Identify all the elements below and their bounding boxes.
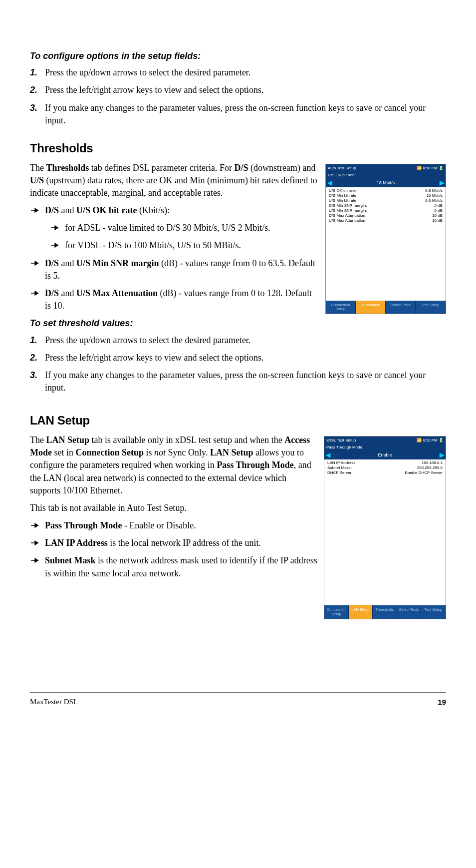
shot1-value-text: 18 Mbit/s xyxy=(377,180,395,186)
bullet-arrow-icon xyxy=(30,287,45,312)
caret-right-icon: ▶ xyxy=(440,451,444,459)
list-item: 2.Press the left/right arrow keys to vie… xyxy=(30,84,446,96)
sub-adsl: for ADSL - value limited to D/S 30 Mbit/… xyxy=(65,222,319,234)
shot1-tabs: Connection SetupThresholdsSelect TestsTe… xyxy=(326,301,446,314)
shot-row: LAN IP Address:192.168.0.1 xyxy=(324,460,446,465)
shot-row: U/S Min SNR margin:5 dB xyxy=(326,208,446,213)
shot-row: D/S Max Attenuation:10 dB xyxy=(326,213,446,218)
bullet-arrow-icon xyxy=(30,519,45,532)
shot1-time: 📶 4:10 PM 🔋 xyxy=(417,165,444,171)
shot1-selected-value: ◀ 18 Mbit/s ▶ xyxy=(326,178,446,187)
bullet-lan-ip: LAN IP Address is the local network IP a… xyxy=(45,537,318,549)
list-text: Press the left/right arrow keys to view … xyxy=(45,352,446,364)
shot2-selected-value: ◀ Enable ▶ xyxy=(324,450,446,459)
row-value: 5 dB xyxy=(435,208,443,213)
bullet-arrow-icon xyxy=(30,554,45,579)
list-number: 3. xyxy=(30,369,45,394)
caret-left-icon: ◀ xyxy=(326,451,330,459)
row-value: 16 Mbit/s xyxy=(427,193,443,198)
bullet-arrow-icon xyxy=(50,239,65,252)
shot-row: DHCP Server:Enable DHCP Server xyxy=(324,470,446,475)
shot-row: Subnet Mask:255.255.255.0 xyxy=(324,465,446,470)
shot-tab: Select Tests xyxy=(386,301,416,314)
set-thresholds-list: 1.Press the up/down arrows to select the… xyxy=(30,334,446,395)
row-label: U/S Min SNR margin: xyxy=(329,208,367,213)
shot-row: U/S Min bit rate:0.6 Mbit/s xyxy=(326,198,446,203)
caret-left-icon: ◀ xyxy=(327,179,332,187)
bullet-arrow-icon xyxy=(50,222,65,234)
bullet-attenuation: D/S and U/S Max Attenuation (dB) - value… xyxy=(45,287,319,312)
list-item: 3.If you make any changes to the paramet… xyxy=(30,369,446,394)
row-value: 0.8 Mbit/s xyxy=(425,188,443,193)
bullet-arrow-icon xyxy=(30,537,45,549)
row-label: U/S OK bit rate: xyxy=(329,188,357,193)
row-label: D/S Min SNR margin: xyxy=(329,203,367,208)
list-item: 2.Press the left/right arrow keys to vie… xyxy=(30,352,446,364)
list-text: If you make any changes to the parameter… xyxy=(45,102,446,127)
list-number: 3. xyxy=(30,102,45,127)
row-value: 192.168.0.1 xyxy=(422,460,443,465)
shot-tab: Thresholds xyxy=(373,605,397,619)
shot2-time: 📶 4:12 PM 🔋 xyxy=(417,437,444,443)
shot-row: D/S Min bit rate:16 Mbit/s xyxy=(326,193,446,198)
list-text: Press the left/right arrow keys to view … xyxy=(45,84,446,96)
shot2-rows: LAN IP Address:192.168.0.1Subnet Mask:25… xyxy=(324,459,446,605)
shot2-field-label: Pass Through Mode: xyxy=(324,444,446,450)
shot1-rows: U/S OK bit rate:0.8 Mbit/sD/S Min bit ra… xyxy=(326,187,446,301)
list-text: If you make any changes to the parameter… xyxy=(45,369,446,394)
bullet-arrow-icon xyxy=(30,257,45,282)
shot-row: U/S Max Attenuation:10 dB xyxy=(326,218,446,223)
set-thresholds-heading: To set threshold values: xyxy=(30,317,446,330)
row-label: Subnet Mask: xyxy=(327,465,352,470)
thresholds-heading: Thresholds xyxy=(30,140,446,157)
caret-right-icon: ▶ xyxy=(440,179,444,187)
sub-vdsl: for VDSL - D/S to 100 Mbit/s, U/S to 50 … xyxy=(65,239,319,252)
list-text: Press the up/down arrows to select the d… xyxy=(45,66,446,79)
row-value: 10 dB xyxy=(432,218,443,223)
bullet-pass-through: Pass Through Mode - Enable or Disable. xyxy=(45,519,318,532)
row-label: U/S Max Attenuation: xyxy=(329,218,366,223)
bullet-subnet-mask: Subnet Mask is the network address mask … xyxy=(45,554,318,579)
shot1-field-label: D/S OK bit rate: xyxy=(326,172,446,178)
shot-row: U/S OK bit rate:0.8 Mbit/s xyxy=(326,188,446,193)
shot-tab: Select Tests xyxy=(397,605,422,619)
screenshot-lan-setup: xDSL Test Setup 📶 4:12 PM 🔋 Pass Through… xyxy=(324,436,446,619)
config-options-list: 1.Press the up/down arrows to select the… xyxy=(30,66,446,127)
shot-tab: LAN Setup xyxy=(349,605,373,619)
row-label: D/S Min bit rate: xyxy=(329,193,357,198)
row-value: 5 dB xyxy=(435,203,443,208)
lan-setup-heading: LAN Setup xyxy=(30,412,446,429)
page-footer: MaxTester DSL 19 xyxy=(30,692,446,707)
row-label: D/S Max Attenuation: xyxy=(329,213,366,218)
screenshot-thresholds: Auto Test Setup 📶 4:10 PM 🔋 D/S OK bit r… xyxy=(325,164,446,315)
row-value: 10 dB xyxy=(432,213,443,218)
bullet-snr: D/S and U/S Min SNR margin (dB) - values… xyxy=(45,257,319,282)
list-number: 1. xyxy=(30,334,45,347)
shot-tab: Test Setup xyxy=(421,605,446,619)
shot-tab: Connection Setup xyxy=(324,605,349,619)
row-label: DHCP Server: xyxy=(327,470,353,475)
shot2-title: xDSL Test Setup xyxy=(326,437,356,443)
shot-tab: Thresholds xyxy=(356,301,386,314)
row-label: LAN IP Address: xyxy=(327,460,357,465)
footer-page-number: 19 xyxy=(438,697,446,707)
shot2-value-text: Enable xyxy=(378,452,392,458)
row-value: 0.6 Mbit/s xyxy=(425,198,443,203)
list-item: 3.If you make any changes to the paramet… xyxy=(30,102,446,127)
row-value: 255.255.255.0 xyxy=(417,465,443,470)
config-options-heading: To configure options in the setup fields… xyxy=(30,50,446,62)
list-item: 1.Press the up/down arrows to select the… xyxy=(30,66,446,79)
shot-tab: Test Setup xyxy=(416,301,446,314)
list-number: 2. xyxy=(30,352,45,364)
shot1-title: Auto Test Setup xyxy=(328,165,356,171)
bullet-ok-bitrate: D/S and U/S OK bit rate (Kbit/s): xyxy=(45,204,319,217)
shot2-tabs: Connection SetupLAN SetupThresholdsSelec… xyxy=(324,605,446,619)
list-text: Press the up/down arrows to select the d… xyxy=(45,334,446,347)
shot-tab: Connection Setup xyxy=(326,301,356,314)
list-number: 2. xyxy=(30,84,45,96)
shot-row: D/S Min SNR margin:5 dB xyxy=(326,203,446,208)
list-number: 1. xyxy=(30,66,45,79)
list-item: 1.Press the up/down arrows to select the… xyxy=(30,334,446,347)
bullet-arrow-icon xyxy=(30,204,45,217)
footer-product: MaxTester DSL xyxy=(30,697,78,707)
